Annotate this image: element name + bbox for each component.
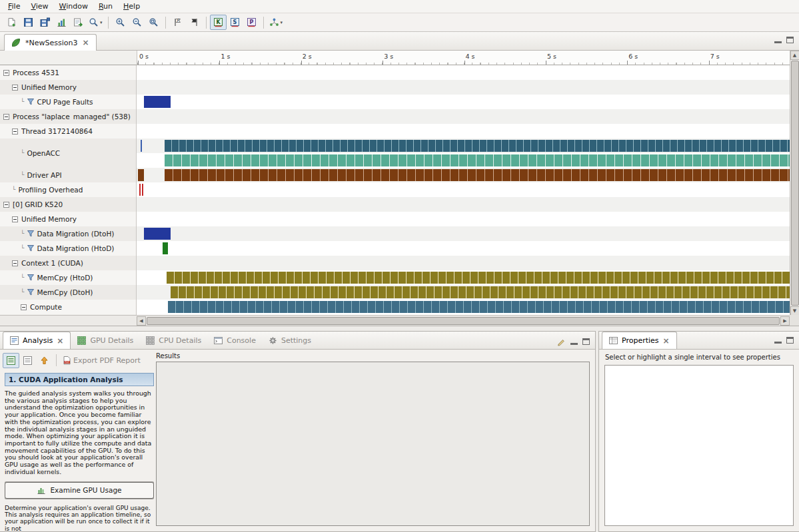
timeline-bar[interactable] [165, 169, 790, 181]
properties-hint: Select or highlight a single interval to… [605, 354, 780, 361]
scroll-left-icon[interactable]: ◀ [137, 316, 146, 326]
collapse-toggle-icon[interactable] [21, 304, 27, 310]
profile-button[interactable] [53, 15, 70, 30]
collapse-toggle-icon[interactable] [3, 70, 9, 76]
close-tab-icon[interactable]: × [662, 338, 670, 344]
menu-help[interactable]: Help [118, 1, 145, 12]
examine-gpu-usage-button[interactable]: Examine GPU Usage [5, 482, 154, 499]
unguided-analysis-button[interactable] [19, 353, 36, 368]
close-tab-icon[interactable]: × [81, 39, 89, 46]
timeline-bar[interactable] [167, 272, 790, 284]
analysis-flow-button[interactable]: ▾ [267, 15, 285, 30]
zoom-fit-button[interactable] [145, 15, 162, 30]
zoom-in-button[interactable] [112, 15, 129, 30]
timeline-row-memcpy-dtoh[interactable]: └MemCpy (DtoH) [0, 285, 136, 300]
save-all-icon [40, 17, 50, 27]
new-session-button[interactable] [3, 15, 20, 30]
minimize-icon[interactable] [774, 37, 782, 43]
menu-view[interactable]: View [25, 1, 53, 12]
timeline-lane [137, 65, 790, 80]
promote-results-button[interactable] [36, 353, 53, 368]
timeline-row-unified-memory[interactable]: Unified Memory [0, 212, 136, 226]
tab-gpu-details[interactable]: GPU Details [71, 332, 139, 349]
timeline-row-0-grid-k520[interactable]: [0] GRID K520 [0, 197, 136, 212]
save-all-button[interactable] [37, 15, 53, 30]
scroll-up-icon[interactable]: ▲ [790, 51, 799, 60]
timeline-bar[interactable] [144, 228, 171, 240]
export-report-button[interactable] [70, 15, 87, 30]
minimize-icon[interactable] [570, 338, 578, 345]
timeline-row-data-migration-dtoh[interactable]: └Data Migration (DtoH) [0, 226, 136, 241]
timeline-row-process-laplace-managed-538[interactable]: Process "laplace_managed" (538) [0, 109, 136, 124]
timeline-bar[interactable] [165, 154, 790, 166]
timeline-bar[interactable] [171, 286, 790, 298]
pc-p-button[interactable]: P [243, 15, 260, 30]
timeline-bar[interactable] [165, 140, 790, 152]
timeline-bar[interactable] [141, 140, 142, 152]
toolbar-separator [165, 17, 166, 29]
timeline-row-unified-memory[interactable]: Unified Memory [0, 80, 136, 95]
scroll-down-icon[interactable]: ▼ [790, 306, 799, 316]
collapse-toggle-icon[interactable] [3, 202, 9, 208]
filter-icon [27, 230, 35, 238]
timeline-lane [137, 95, 790, 109]
ruler-tick-mark [709, 61, 710, 65]
timeline-tracks[interactable] [137, 65, 790, 316]
collapse-toggle-icon[interactable] [12, 129, 18, 134]
tab-cpu-details[interactable]: CPU Details [139, 332, 207, 349]
export-pdf-button[interactable]: PDF Export PDF Report [60, 353, 143, 368]
pdf-icon: PDF [62, 356, 72, 366]
zoom-out-button[interactable] [129, 15, 145, 30]
timeline-row-profiling-overhead[interactable]: └Profiling Overhead [0, 182, 136, 197]
menu-run[interactable]: Run [93, 1, 118, 12]
timeline-bar[interactable] [163, 242, 169, 254]
guided-analysis-button[interactable] [3, 353, 19, 368]
marker-back-button[interactable] [186, 15, 203, 30]
timeline-bar[interactable] [168, 301, 790, 313]
scroll-right-icon[interactable]: ▶ [780, 316, 790, 326]
timeline-row-process-4531[interactable]: Process 4531 [0, 65, 136, 80]
vscroll-thumb[interactable] [791, 61, 799, 306]
search-button[interactable]: ▾ [87, 15, 105, 30]
timeline-editor: *NewSession3 × 0 s1 s2 s3 s4 s5 s6 s7 s8… [0, 32, 799, 326]
timeline-row-cpu-page-faults[interactable]: └CPU Page Faults [0, 95, 136, 109]
menu-file[interactable]: File [3, 1, 25, 12]
dropdown-caret-icon: ▾ [100, 20, 103, 25]
timeline-row-thread-3172140864[interactable]: Thread 3172140864 [0, 124, 136, 138]
editor-tab-session[interactable]: *NewSession3 × [4, 34, 97, 51]
menu-window[interactable]: Window [54, 1, 93, 12]
hscroll-thumb[interactable] [147, 317, 780, 325]
timeline-bar[interactable] [139, 184, 141, 196]
timeline-row-openacc[interactable]: └OpenACC [0, 138, 136, 168]
collapse-toggle-icon[interactable] [12, 260, 18, 266]
ruler-tick: 5 s [547, 53, 556, 60]
collapse-toggle-icon[interactable] [12, 216, 18, 222]
tab-analysis[interactable]: Analysis× [3, 332, 71, 349]
save-button[interactable] [20, 15, 37, 30]
collapse-toggle-icon[interactable] [12, 85, 18, 91]
collapse-toggle-icon[interactable] [3, 114, 9, 120]
source-s-button[interactable]: S [227, 15, 243, 30]
vertical-scrollbar[interactable]: ▲ ▼ [790, 51, 799, 316]
timeline-row-context-1-cuda[interactable]: Context 1 (CUDA) [0, 256, 136, 270]
maximize-icon[interactable] [786, 37, 794, 43]
timeline-row-data-migration-htod[interactable]: └Data Migration (HtoD) [0, 241, 136, 256]
close-tab-icon[interactable]: × [56, 338, 64, 344]
maximize-icon[interactable] [786, 337, 794, 344]
tab-console[interactable]: Console [207, 332, 262, 349]
kernel-k-button[interactable]: K [210, 15, 227, 30]
view-menu-icon[interactable] [556, 337, 566, 346]
maximize-icon[interactable] [582, 338, 590, 345]
timeline-row-compute[interactable]: Compute [0, 300, 136, 314]
horizontal-scrollbar[interactable]: ◀ ▶ [137, 315, 790, 326]
timeline-bar[interactable] [144, 96, 171, 108]
tab-properties[interactable]: Properties× [602, 332, 677, 349]
minimize-icon[interactable] [774, 337, 782, 344]
ruler-tick-mark [383, 61, 383, 65]
tab-settings[interactable]: Settings [262, 332, 317, 349]
marker-run-button[interactable]: F [169, 15, 186, 30]
timeline-row-driver-api[interactable]: └Driver API [0, 168, 136, 182]
timeline-bar[interactable] [142, 184, 143, 196]
timeline-row-memcpy-htod[interactable]: └MemCpy (HtoD) [0, 270, 136, 285]
timeline-bar[interactable] [138, 169, 144, 181]
